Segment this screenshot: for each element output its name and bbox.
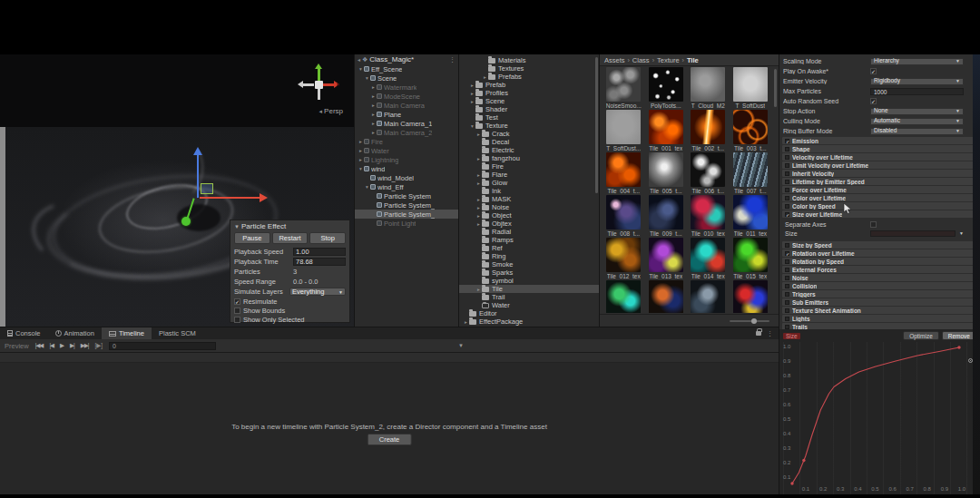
- module-header[interactable]: Lights: [782, 315, 976, 322]
- asset-thumbnail[interactable]: [649, 280, 683, 313]
- asset-item[interactable]: T_SoftDust...: [603, 110, 645, 152]
- asset-item[interactable]: Tile_013_tex: [645, 238, 688, 280]
- stop-action-dropdown[interactable]: None▼: [870, 108, 964, 115]
- asset-item[interactable]: Tile_001_tex: [645, 110, 688, 152]
- module-header[interactable]: Velocity over Lifetime: [782, 153, 976, 161]
- folder-item[interactable]: Ink: [459, 187, 599, 195]
- module-checkbox[interactable]: [785, 300, 789, 305]
- playback-button[interactable]: Restart: [272, 232, 309, 244]
- module-checkbox[interactable]: [785, 155, 789, 160]
- module-header[interactable]: Inherit Velocity: [782, 170, 976, 177]
- module-header[interactable]: Collision: [782, 282, 976, 289]
- folder-item[interactable]: Trail: [459, 293, 599, 301]
- asset-item[interactable]: Tile_007_t...: [730, 152, 772, 195]
- move-gizmo-z-handle[interactable]: [181, 217, 191, 226]
- folder-item[interactable]: Shader: [459, 105, 599, 113]
- tab-console[interactable]: Console: [0, 327, 48, 339]
- asset-item[interactable]: T_SoftDust: [730, 67, 772, 110]
- folder-item[interactable]: Ramps: [459, 236, 599, 244]
- folder-item[interactable]: ▸ Prefab: [459, 81, 599, 89]
- asset-item[interactable]: Tile_004_t...: [603, 152, 645, 195]
- size-curve[interactable]: [783, 342, 977, 494]
- move-gizmo-y-arrowhead[interactable]: [193, 147, 202, 155]
- transport-button[interactable]: ▶: [60, 342, 64, 349]
- tab-animation[interactable]: Animation: [48, 327, 102, 339]
- asset-thumbnail[interactable]: [733, 152, 768, 187]
- folder-item[interactable]: ▸ fangzhou: [459, 154, 599, 162]
- folder-item[interactable]: Ref: [459, 244, 599, 252]
- hierarchy-item[interactable]: Particle System_: [355, 200, 458, 210]
- module-checkbox[interactable]: ✓: [785, 212, 789, 217]
- folder-item[interactable]: ▸ Profiles: [459, 89, 599, 97]
- module-header[interactable]: Noise: [782, 274, 976, 281]
- expand-arrow-icon[interactable]: ▸: [475, 287, 482, 292]
- thumbnail-size-slider[interactable]: [730, 320, 769, 322]
- module-header[interactable]: Texture Sheet Animation: [782, 307, 976, 314]
- module-header[interactable]: Rotation by Speed: [782, 258, 976, 265]
- frame-number-input[interactable]: 0: [109, 342, 216, 350]
- folder-item[interactable]: ▸ Flare: [459, 171, 599, 179]
- asset-thumbnail[interactable]: [691, 152, 725, 187]
- folder-item[interactable]: symbol: [459, 277, 599, 285]
- auto-random-seed-checkbox[interactable]: ✓: [870, 98, 877, 104]
- playback-button[interactable]: Pause: [234, 232, 270, 244]
- folder-item[interactable]: ▸ Scene: [459, 97, 599, 105]
- folder-item[interactable]: ▸ MASK: [459, 195, 599, 203]
- optimize-button[interactable]: Optimize: [903, 331, 939, 340]
- asset-item[interactable]: Tile_006_t...: [687, 152, 730, 195]
- asset-item[interactable]: Tile_009_t...: [645, 195, 688, 238]
- transport-button[interactable]: |◀◀: [35, 342, 44, 349]
- tab-plastic-scm[interactable]: Plastic SCM: [152, 327, 203, 339]
- asset-thumbnail[interactable]: [733, 280, 768, 313]
- asset-item[interactable]: Tile_003_t...: [730, 110, 772, 152]
- folder-item[interactable]: ▸ Tile: [459, 285, 599, 293]
- asset-thumbnail[interactable]: [733, 110, 768, 144]
- asset-thumbnail[interactable]: [649, 238, 683, 272]
- folder-item[interactable]: ▾ Texture: [459, 122, 599, 130]
- asset-thumbnail[interactable]: [691, 67, 725, 102]
- module-header[interactable]: Sub Emitters: [782, 298, 976, 306]
- particle-effect-panel-title[interactable]: ▼Particle Effect: [234, 222, 346, 230]
- hierarchy-item[interactable]: ▸ Watermark: [355, 83, 458, 92]
- module-checkbox[interactable]: [785, 325, 789, 329]
- hierarchy-item[interactable]: Point Light: [355, 219, 458, 228]
- module-header[interactable]: Color by Speed: [782, 202, 976, 210]
- expand-arrow-icon[interactable]: ▸: [482, 74, 488, 80]
- expand-arrow-icon[interactable]: ▾: [358, 66, 364, 72]
- folder-item[interactable]: Textures: [459, 64, 599, 73]
- module-header[interactable]: ✓ Rotation over Lifetime: [782, 249, 976, 257]
- asset-item[interactable]: T_Cloud_M2: [687, 67, 730, 110]
- module-checkbox[interactable]: [785, 243, 789, 248]
- playback-button[interactable]: Stop: [309, 232, 346, 244]
- module-checkbox[interactable]: [785, 188, 789, 192]
- asset-item[interactable]: Tile_005_t...: [645, 152, 688, 195]
- checkbox[interactable]: [234, 317, 240, 323]
- hierarchy-item[interactable]: ▸ Water: [355, 146, 458, 155]
- expand-arrow-icon[interactable]: ▾: [364, 184, 370, 190]
- axis-y-arrow[interactable]: [315, 63, 322, 69]
- hierarchy-item[interactable]: ▸ ModeScene: [355, 92, 458, 101]
- scaling-mode-dropdown[interactable]: Hierarchy▼: [870, 58, 964, 65]
- expand-arrow-icon[interactable]: ▸: [358, 148, 364, 153]
- asset-item[interactable]: Tile_011_tex: [730, 195, 772, 238]
- expand-arrow-icon[interactable]: ▸: [475, 132, 482, 137]
- emitter-velocity-dropdown[interactable]: Rigidbody▼: [870, 78, 964, 85]
- folder-item[interactable]: Materials: [459, 56, 599, 64]
- transport-button[interactable]: |◀: [49, 342, 54, 349]
- folder-item[interactable]: ▸ EffectPackage: [459, 317, 599, 326]
- breadcrumb-assets[interactable]: Assets: [604, 56, 625, 64]
- folder-item[interactable]: Fire: [459, 162, 599, 171]
- breadcrumb-class[interactable]: Class: [632, 56, 650, 64]
- hierarchy-item[interactable]: Particle System_: [355, 210, 458, 219]
- asset-thumbnail[interactable]: [649, 152, 683, 187]
- expand-arrow-icon[interactable]: ▸: [463, 319, 469, 325]
- asset-item[interactable]: Tile_002_t...: [687, 110, 730, 152]
- hierarchy-item[interactable]: ▸ Main Camera_1: [355, 119, 458, 128]
- asset-item[interactable]: Tile_014_tex: [687, 238, 730, 280]
- asset-scrollbar[interactable]: [774, 69, 777, 107]
- hierarchy-item[interactable]: wind_Model: [355, 173, 458, 182]
- scene-orientation-gizmo[interactable]: x: [298, 63, 339, 105]
- asset-thumbnail[interactable]: [691, 110, 725, 144]
- culling-mode-dropdown[interactable]: Automatic▼: [870, 118, 964, 125]
- play-on-awake-checkbox[interactable]: ✓: [870, 68, 877, 74]
